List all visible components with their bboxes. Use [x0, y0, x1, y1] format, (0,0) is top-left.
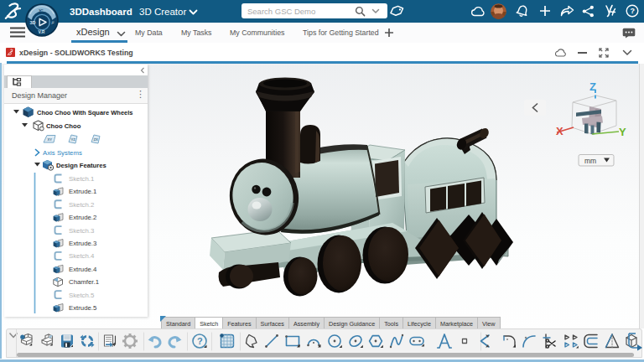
svg-text:V.R: V.R — [39, 29, 45, 34]
svg-text:Y: Y — [619, 126, 626, 138]
svg-text:Sketch.2: Sketch.2 — [69, 201, 94, 209]
svg-text:Extrude.3: Extrude.3 — [69, 240, 96, 247]
svg-text:YZ: YZ — [71, 137, 76, 142]
svg-text:Sketch.4: Sketch.4 — [69, 252, 95, 260]
svg-text:3D: 3D — [30, 20, 36, 25]
svg-text:Extrude.2: Extrude.2 — [69, 214, 96, 221]
svg-text:Choo Choo: Choo Choo — [46, 122, 81, 130]
svg-text:Sketch.5: Sketch.5 — [69, 292, 95, 299]
svg-text:?: ? — [631, 7, 636, 15]
svg-text:i²: i² — [52, 20, 55, 25]
svg-text:Design Features: Design Features — [56, 162, 106, 169]
svg-text:Choo Choo With Square Wheels: Choo Choo With Square Wheels — [37, 109, 133, 116]
svg-text:Extrude.5: Extrude.5 — [69, 304, 97, 312]
svg-text:Extrude.4: Extrude.4 — [69, 266, 97, 273]
svg-text:Sketch.1: Sketch.1 — [69, 175, 94, 183]
svg-text:Yʹ: Yʹ — [39, 8, 44, 13]
svg-text:Z: Z — [589, 80, 596, 93]
svg-text:Sketch.3: Sketch.3 — [69, 227, 94, 235]
svg-text:Chamfer.1: Chamfer.1 — [69, 278, 99, 286]
svg-text:mm: mm — [584, 157, 596, 165]
svg-text:XY: XY — [48, 137, 53, 142]
svg-text:Axis Systems: Axis Systems — [43, 149, 82, 157]
svg-text:Extrude.1: Extrude.1 — [69, 188, 96, 195]
svg-text:ZX: ZX — [94, 137, 99, 142]
svg-text:?: ? — [197, 336, 203, 346]
svg-text:X: X — [556, 125, 564, 137]
